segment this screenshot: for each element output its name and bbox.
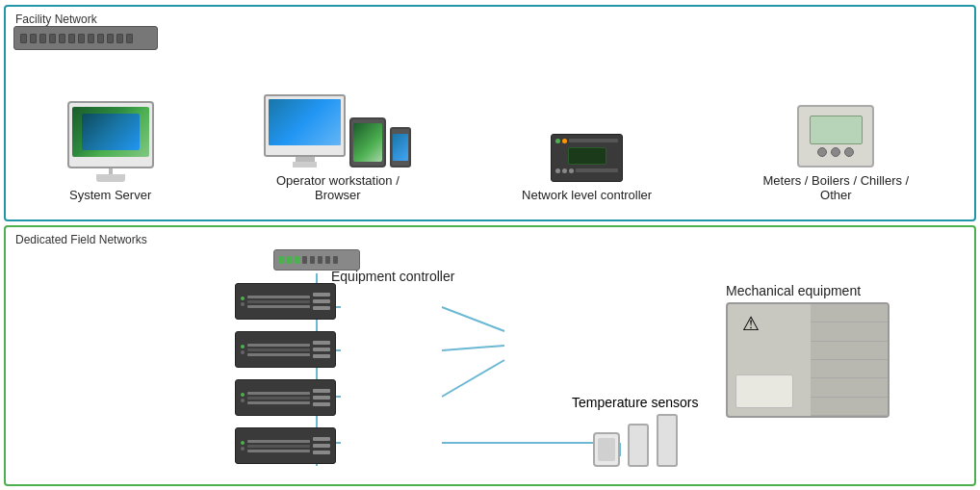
ctrl-body <box>247 440 310 452</box>
nlc-bottom-row <box>555 168 618 173</box>
meters-device: Meters / Boilers / Chillers / Other <box>759 105 913 202</box>
ctrl-connectors <box>313 437 330 454</box>
thermostat-sensor <box>593 432 620 467</box>
ctrl-dot-green <box>241 345 245 348</box>
switch-port <box>59 34 65 43</box>
connector <box>313 451 330 454</box>
switch-port <box>20 34 27 43</box>
connector <box>313 299 330 303</box>
ctrl-dot <box>241 447 245 451</box>
connector <box>313 437 330 441</box>
switch-port-active <box>279 256 284 264</box>
switch-port <box>302 256 307 264</box>
ctrl-body <box>247 296 310 308</box>
connector <box>313 348 330 351</box>
controllers-stack <box>235 283 336 464</box>
temperature-sensor-1 <box>628 424 649 467</box>
monitor-base <box>96 174 125 182</box>
switch-port <box>39 34 46 43</box>
workstation-monitor-group <box>264 94 346 168</box>
switch-port-active <box>295 256 299 264</box>
connector <box>313 341 330 345</box>
workstation-base <box>293 162 317 168</box>
connector <box>313 293 330 297</box>
system-server-label: System Server <box>69 188 151 202</box>
ctrl-dots <box>241 393 245 402</box>
monitor-display <box>67 101 154 168</box>
ctrl-connectors <box>313 341 330 358</box>
sensor-devices <box>593 414 678 467</box>
field-content: Equipment controller <box>13 254 967 477</box>
grill-line <box>811 342 888 360</box>
nlc-unit <box>551 134 623 182</box>
connector <box>313 444 330 448</box>
meter-knob <box>831 147 840 157</box>
monitor-screen-inner <box>82 114 140 150</box>
connector <box>313 396 330 400</box>
equipment-controller-4 <box>235 427 336 464</box>
ctrl-dot-green <box>241 297 245 300</box>
ctrl-dot-green <box>241 393 245 397</box>
ctrl-connectors <box>313 389 330 406</box>
workstation-group <box>264 94 411 168</box>
nlc-led-green <box>555 139 560 143</box>
ctrl-dot <box>241 302 245 306</box>
nlc-bar <box>569 139 618 142</box>
connector <box>313 389 330 393</box>
svg-line-7 <box>442 360 504 397</box>
workstation-monitor <box>264 94 346 157</box>
ctrl-bar <box>247 353 310 356</box>
field-section-label: Dedicated Field Networks <box>15 233 147 246</box>
ctrl-bar <box>247 397 310 400</box>
facility-section: Facility Network <box>4 5 976 221</box>
tablet-screen <box>353 123 382 162</box>
switch-port <box>49 34 56 43</box>
ctrl-body <box>247 392 310 404</box>
ctrl-bar <box>247 296 310 298</box>
switch-port <box>30 34 37 43</box>
equipment-controller-2 <box>235 331 336 368</box>
switch-port <box>97 34 104 43</box>
meter-knobs <box>817 147 854 157</box>
facility-switch-device <box>13 26 158 50</box>
net-switch-device <box>273 249 360 271</box>
operator-workstation-label: Operator workstation / Browser <box>261 173 415 202</box>
ctrl-dot-green <box>241 441 245 445</box>
switch-port <box>318 256 322 264</box>
phone-screen <box>393 134 408 161</box>
meter-unit <box>797 105 874 168</box>
thermostat-display <box>598 438 615 461</box>
ctrl-bar <box>247 348 310 351</box>
switch-port <box>116 34 123 43</box>
ctrl-dots <box>241 441 245 451</box>
operator-workstation-device: Operator workstation / Browser <box>261 94 415 202</box>
ctrl-bar <box>247 392 310 395</box>
connector <box>313 354 330 358</box>
switch-port <box>107 34 114 43</box>
switch-port <box>68 34 75 43</box>
system-server-image <box>67 101 154 182</box>
equipment-controller-1 <box>235 283 336 320</box>
ctrl-bar <box>247 440 310 443</box>
nlc-image <box>551 134 623 182</box>
ctrl-dots <box>241 297 245 306</box>
ctrl-bar <box>247 401 310 404</box>
main-container: Facility Network <box>4 5 976 486</box>
warning-sign: ⚠ <box>742 312 760 335</box>
ctrl-bar <box>247 450 310 452</box>
field-network-switch <box>273 249 360 271</box>
grill-line <box>811 322 888 341</box>
equipment-controller-3 <box>235 379 336 416</box>
meters-label: Meters / Boilers / Chillers / Other <box>759 173 913 202</box>
equipment-controller-label: Equipment controller <box>331 269 454 284</box>
nlc-dot <box>562 168 567 173</box>
grill-line <box>811 360 888 378</box>
facility-label: Facility Network <box>15 13 97 26</box>
ctrl-bar <box>247 305 310 308</box>
temperature-sensor-2 <box>657 414 678 467</box>
temp-sensor-group: Temperature sensors <box>572 395 699 467</box>
ctrl-bar <box>247 300 310 303</box>
meter-knob <box>844 147 854 157</box>
network-controller-device: Network level controller <box>522 134 652 202</box>
nlc-bar2 <box>576 168 618 172</box>
